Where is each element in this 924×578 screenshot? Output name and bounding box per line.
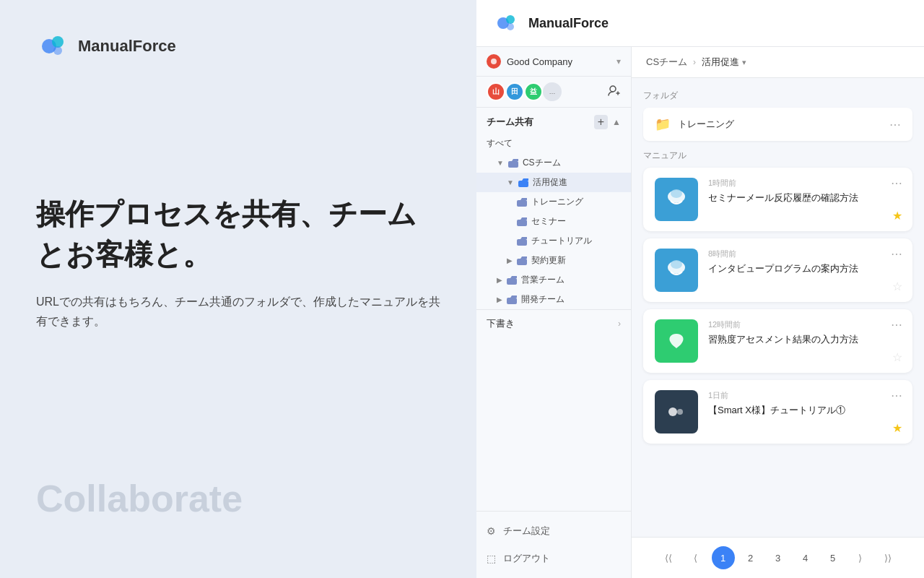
manual-more-icon-3[interactable]: ⋯ [891,389,902,402]
svg-rect-14 [507,278,517,285]
pagination-page-1[interactable]: 1 [712,546,735,569]
logo-icon [36,29,71,64]
svg-rect-11 [517,220,527,226]
sidebar-bottom: ⚙ チーム設定 ⬚ ログアウト [476,511,631,578]
cs-team-chevron-icon: ▼ [497,159,504,167]
right-header-title: ManualForce [528,16,609,31]
svg-point-6 [491,59,497,64]
manual-more-icon-0[interactable]: ⋯ [891,176,902,190]
manual-thumb-3 [655,390,698,434]
folder-big-icon: 📁 [655,116,671,132]
svg-rect-13 [517,259,527,265]
manual-time-2: 12時間前 [708,319,901,330]
nav-tutorial[interactable]: チュートリアル [476,231,631,251]
left-subtext: URLでの共有はもちろん、チーム共通のフォルダで、作成したマニュアルを共有できま… [36,292,440,331]
right-panel: ManualForce Good Company ▾ 山 田 益 … [476,0,924,578]
pagination-page-4[interactable]: 4 [794,546,817,569]
manual-star-2[interactable]: ☆ [892,350,902,364]
tutorial-folder-icon [517,237,527,246]
manual-section-label: マニュアル [643,150,912,162]
nav-eigyo-team[interactable]: ▶ 営業チーム [476,270,631,290]
pagination-first[interactable]: ⟨⟨ [657,546,680,569]
svg-point-20 [668,407,677,416]
nav-katsuyou[interactable]: ▼ 活用促進 [476,173,631,192]
manual-card-0[interactable]: 1時間前 セミナーメール反応履歴の確認方法 ⋯ ★ [643,168,912,231]
avatar-1: 田 [505,82,524,101]
svg-point-21 [677,409,683,415]
manual-card-3[interactable]: 1日前 【Smart X様】チュートリアル① ⋯ ★ [643,380,912,444]
pagination-next[interactable]: ⟩ [849,546,872,569]
nav-cs-team[interactable]: ▼ CSチーム [476,153,631,173]
training-label: トレーニング [531,196,583,208]
right-body: Good Company ▾ 山 田 益 … チーム共有 + ▲ [476,47,924,578]
draft-chevron-icon: › [618,319,621,329]
manual-more-icon-2[interactable]: ⋯ [891,318,902,332]
cs-team-label: CSチーム [523,157,561,169]
nav-training[interactable]: トレーニング [476,192,631,212]
seminar-label: セミナー [531,215,566,228]
nav-kaihatsu-team[interactable]: ▶ 開発チーム [476,290,631,309]
settings-item[interactable]: ⚙ チーム設定 [476,517,631,545]
left-watermark: Collaborate [36,477,243,520]
draft-label: 下書き [487,317,515,330]
manual-more-icon-1[interactable]: ⋯ [891,247,902,261]
folder-more-icon[interactable]: ⋯ [889,118,901,131]
logout-item[interactable]: ⬚ ログアウト [476,545,631,572]
draft-section[interactable]: 下書き › [476,309,631,337]
svg-point-2 [53,46,62,55]
pagination-last[interactable]: ⟩⟩ [876,546,899,569]
kaihatsu-label: 開発チーム [521,293,565,306]
svg-rect-8 [508,161,518,168]
avatars-row: 山 田 益 … [476,77,631,108]
seminar-folder-icon [517,217,527,226]
nav-all[interactable]: すべて [476,134,631,153]
company-dot-icon [489,57,498,66]
right-header-logo-icon [494,10,520,36]
breadcrumb-parent: CSチーム [646,56,687,69]
kaihatsu-chevron-icon: ▶ [497,296,502,303]
svg-rect-12 [517,239,527,246]
pagination-page-2[interactable]: 2 [739,546,762,569]
add-team-button[interactable]: + [594,115,608,129]
breadcrumb-bar: CSチーム › 活用促進 ▾ [632,47,924,78]
svg-point-17 [671,189,682,198]
company-selector[interactable]: Good Company ▾ [476,47,631,77]
cs-team-folder-icon [508,159,518,168]
manual-star-3[interactable]: ★ [892,421,902,435]
add-member-button[interactable] [608,84,621,100]
svg-point-7 [610,86,616,92]
manual-thumb-icon-3 [663,399,689,425]
manual-title-2: 習熟度アセスメント結果の入力方法 [708,333,901,346]
svg-rect-15 [507,298,517,304]
right-header: ManualForce [476,0,924,47]
manual-thumb-2 [655,319,698,363]
katsuyou-label: 活用促進 [533,176,567,189]
manual-meta-2: 12時間前 習熟度アセスメント結果の入力方法 [708,319,901,346]
folder-card-training[interactable]: 📁 トレーニング ⋯ [643,108,912,141]
manual-time-3: 1日前 [708,390,901,401]
svg-rect-10 [517,200,527,207]
left-logo: ManualForce [36,29,440,64]
avatar-more: … [543,82,562,101]
logout-label: ログアウト [503,552,550,565]
nav-keiyaku[interactable]: ▶ 契約更新 [476,251,631,270]
manual-time-0: 1時間前 [708,178,901,189]
manual-thumb-icon-1 [663,257,689,283]
manual-card-2[interactable]: 12時間前 習熟度アセスメント結果の入力方法 ⋯ ☆ [643,309,912,373]
manual-star-0[interactable]: ★ [892,209,902,223]
manual-star-1[interactable]: ☆ [892,280,902,293]
pagination-prev[interactable]: ⟨ [684,546,707,569]
settings-icon: ⚙ [487,525,496,537]
team-shared-label: チーム共有 [487,116,533,129]
left-heading: 操作プロセスを共有、チームとお客様と。 [36,194,440,275]
team-shared-chevron-icon[interactable]: ▲ [612,117,621,127]
manual-meta-1: 8時間前 インタビュープログラムの案内方法 [708,249,901,275]
manual-title-0: セミナーメール反応履歴の確認方法 [708,191,901,204]
nav-seminar[interactable]: セミナー [476,212,631,231]
keiyaku-chevron-icon: ▶ [507,256,513,264]
pagination-page-3[interactable]: 3 [767,546,790,569]
breadcrumb-dropdown-icon[interactable]: ▾ [742,58,746,67]
pagination-page-5[interactable]: 5 [821,546,845,569]
folder-section-label: フォルダ [643,90,912,102]
manual-card-1[interactable]: 8時間前 インタビュープログラムの案内方法 ⋯ ☆ [643,238,912,302]
